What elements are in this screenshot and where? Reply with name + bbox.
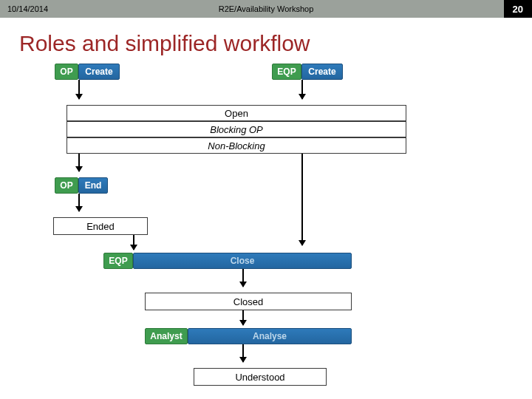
- header-date: 10/14/2014: [7, 4, 155, 13]
- state-closed: Closed: [145, 293, 352, 310]
- arrow-open-to-close: [301, 154, 303, 245]
- page-title: Roles and simplified workflow: [0, 18, 532, 61]
- arrow-op-create-to-open: [78, 80, 80, 99]
- arrow-ended-down: [133, 235, 134, 250]
- arrow-open-to-end: [78, 154, 80, 171]
- arrow-end-to-ended: [78, 194, 80, 211]
- state-non-blocking: Non-Blocking: [66, 137, 406, 154]
- arrow-closed-to-analyse: [242, 310, 244, 325]
- action-analyse: Analyse: [188, 328, 352, 344]
- action-create-op: Create: [78, 64, 120, 80]
- role-op-badge-end: OP: [55, 177, 78, 194]
- state-ended: Ended: [53, 217, 148, 235]
- action-close: Close: [133, 253, 352, 269]
- role-eqp-badge-close: EQP: [103, 253, 133, 269]
- role-analyst-badge: Analyst: [145, 328, 188, 344]
- role-op-badge: OP: [55, 64, 78, 80]
- action-create-eqp: Create: [301, 64, 343, 80]
- action-end: End: [78, 177, 108, 194]
- arrow-close-to-closed: [242, 269, 244, 287]
- slide-header: 10/14/2014 R2E/Availability Workshop 20: [0, 0, 532, 18]
- arrow-eqp-create-to-open: [301, 80, 303, 99]
- arrow-analyse-to-understood: [242, 344, 244, 362]
- state-open: Open: [66, 105, 406, 121]
- role-eqp-badge: EQP: [272, 64, 301, 80]
- header-slide-number: 20: [504, 0, 532, 18]
- workflow-diagram: OP Create EQP Create Open Blocking OP No…: [0, 61, 532, 399]
- state-blocking-op: Blocking OP: [66, 121, 406, 137]
- header-course: R2E/Availability Workshop: [219, 4, 314, 13]
- state-understood: Understood: [194, 368, 327, 386]
